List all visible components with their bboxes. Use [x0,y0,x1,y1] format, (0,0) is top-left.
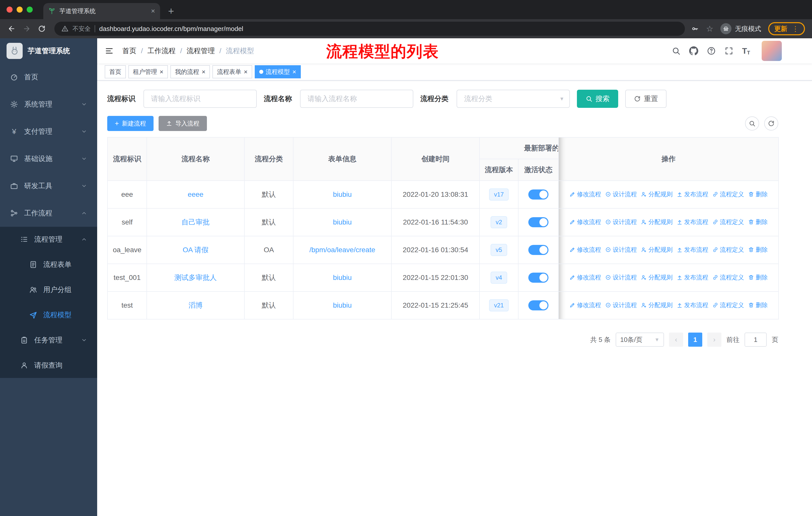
navbar-search-button[interactable] [671,46,680,55]
sidebar-item-user-group[interactable]: 用户分组 [0,277,97,302]
edit-process-link[interactable]: 修改流程 [569,246,601,254]
avatar[interactable] [762,41,782,61]
design-process-link[interactable]: 设计流程 [605,218,637,226]
tag-tenant-management[interactable]: 租户管理× [128,65,168,78]
publish-process-link[interactable]: 发布流程 [676,273,708,281]
sidebar-item-system[interactable]: 系统管理 [0,91,97,118]
prev-page-button[interactable]: ‹ [669,332,683,347]
assign-rule-link[interactable]: 分配规则 [641,218,672,226]
edit-process-link[interactable]: 修改流程 [569,273,601,281]
assign-rule-link[interactable]: 分配规则 [641,273,672,281]
process-name-input[interactable] [300,90,413,108]
process-name-link[interactable]: 测试多审批人 [174,274,217,281]
current-page[interactable]: 1 [688,332,702,347]
form-info-link[interactable]: biubiu [333,274,352,281]
breadcrumb-item[interactable]: 首页 [122,46,137,56]
breadcrumb-item[interactable]: 工作流程 [147,46,176,56]
design-process-link[interactable]: 设计流程 [605,273,637,281]
sidebar-item-devtools[interactable]: 研发工具 [0,172,97,199]
delete-link[interactable]: 删除 [748,301,768,309]
sidebar-item-leave-query[interactable]: 请假查询 [0,353,97,378]
tag-home[interactable]: 首页 [105,65,126,78]
edit-process-link[interactable]: 修改流程 [569,218,601,226]
sidebar-item-process-management[interactable]: 流程管理 [0,227,97,252]
url-text[interactable]: dashboard.yudao.iocoder.cn/bpm/manager/m… [99,25,243,33]
edit-process-link[interactable]: 修改流程 [569,301,601,309]
browser-menu-icon[interactable]: ⋮ [792,25,799,33]
browser-tab[interactable]: 芋道管理系统 × [43,3,160,19]
forward-button[interactable] [20,25,33,33]
back-button[interactable] [5,25,18,33]
active-toggle[interactable] [528,300,548,310]
process-name-link[interactable]: 自己审批 [181,218,210,226]
process-definition-link[interactable]: 流程定义 [712,273,744,281]
delete-link[interactable]: 删除 [748,190,768,198]
tag-close-icon[interactable]: × [160,69,163,75]
toggle-search-button[interactable] [745,116,759,131]
active-toggle[interactable] [528,245,548,255]
sidebar-item-process-form[interactable]: 流程表单 [0,252,97,277]
window-close-button[interactable] [6,6,12,12]
font-size-button[interactable]: TT [742,46,750,56]
active-toggle[interactable] [528,189,548,199]
design-process-link[interactable]: 设计流程 [605,301,637,309]
bookmark-star-icon[interactable]: ☆ [706,24,713,33]
next-page-button[interactable]: › [707,332,721,347]
assign-rule-link[interactable]: 分配规则 [641,246,672,254]
active-toggle[interactable] [528,217,548,227]
help-button[interactable] [707,46,716,55]
publish-process-link[interactable]: 发布流程 [676,301,708,309]
import-process-button[interactable]: 导入流程 [158,116,207,131]
process-key-input[interactable] [143,90,257,108]
process-name-link[interactable]: 滔博 [188,301,203,309]
sidebar-toggle-button[interactable] [105,46,114,55]
create-process-button[interactable]: + 新建流程 [107,116,153,131]
form-info-link[interactable]: biubiu [333,218,352,226]
process-definition-link[interactable]: 流程定义 [712,190,744,198]
process-definition-link[interactable]: 流程定义 [712,246,744,254]
tag-my-process[interactable]: 我的流程× [170,65,210,78]
security-label[interactable]: 不安全 [72,25,91,33]
process-category-select[interactable]: 流程分类 ▼ [457,90,570,108]
active-toggle[interactable] [528,273,548,283]
window-zoom-button[interactable] [27,6,33,12]
design-process-link[interactable]: 设计流程 [605,190,637,198]
design-process-link[interactable]: 设计流程 [605,246,637,254]
publish-process-link[interactable]: 发布流程 [676,218,708,226]
window-minimize-button[interactable] [17,6,23,12]
process-name-link[interactable]: eeee [188,190,203,198]
delete-link[interactable]: 删除 [748,218,768,226]
search-button[interactable]: 搜索 [577,90,618,108]
sidebar-item-workflow[interactable]: 工作流程 [0,199,97,227]
process-definition-link[interactable]: 流程定义 [712,301,744,309]
goto-page-input[interactable] [745,332,767,347]
page-size-select[interactable]: 10条/页 ▼ [616,332,664,347]
refresh-table-button[interactable] [764,116,778,131]
tab-close-icon[interactable]: × [151,7,155,15]
sidebar-item-home[interactable]: 首页 [0,63,97,91]
process-name-link[interactable]: OA 请假 [183,246,209,254]
key-icon[interactable] [691,25,699,33]
tag-close-icon[interactable]: × [202,69,205,75]
github-button[interactable] [689,46,698,55]
tag-process-form[interactable]: 流程表单× [212,65,252,78]
assign-rule-link[interactable]: 分配规则 [641,190,672,198]
tag-close-icon[interactable]: × [244,69,248,75]
edit-process-link[interactable]: 修改流程 [569,190,601,198]
form-info-link[interactable]: biubiu [333,301,352,309]
sidebar-item-task-management[interactable]: 任务管理 [0,328,97,353]
new-tab-button[interactable]: + [168,6,174,16]
sidebar-item-process-model[interactable]: 流程模型 [0,302,97,328]
publish-process-link[interactable]: 发布流程 [676,190,708,198]
delete-link[interactable]: 删除 [748,246,768,254]
publish-process-link[interactable]: 发布流程 [676,246,708,254]
sidebar-logo[interactable]: 芋道管理系统 [0,38,97,63]
url-bar[interactable]: 不安全 dashboard.yudao.iocoder.cn/bpm/manag… [54,22,685,36]
tag-close-icon[interactable]: × [292,69,296,75]
reset-button[interactable]: 重置 [625,90,667,108]
sidebar-item-infrastructure[interactable]: 基础设施 [0,145,97,172]
fullscreen-button[interactable] [724,46,733,55]
assign-rule-link[interactable]: 分配规则 [641,301,672,309]
form-info-link[interactable]: /bpm/oa/leave/create [309,246,375,254]
process-definition-link[interactable]: 流程定义 [712,218,744,226]
